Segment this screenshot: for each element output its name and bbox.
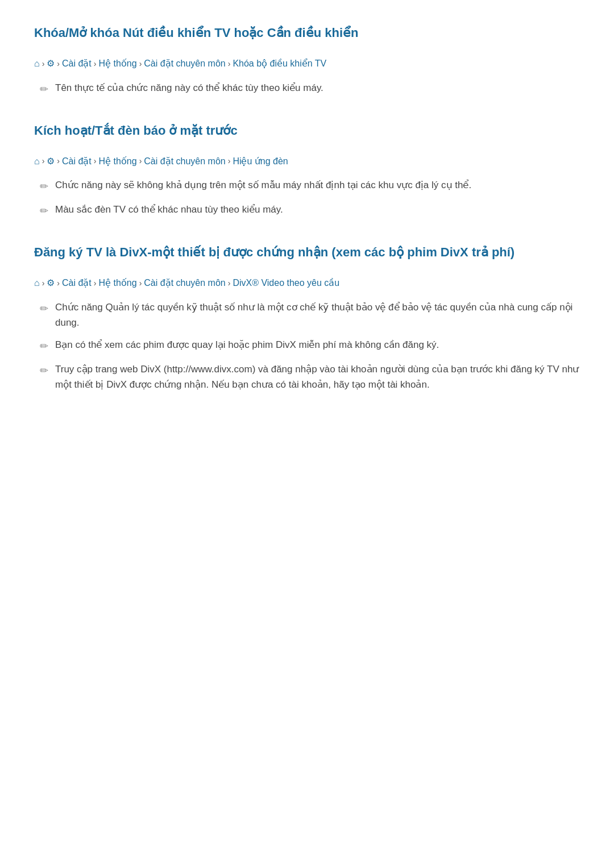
breadcrumb-item-3[interactable]: Cài đặt chuyên môn: [144, 56, 225, 71]
breadcrumb-separator: ›: [139, 57, 142, 70]
pencil-icon: ✏: [40, 363, 48, 379]
breadcrumb-separator: ›: [57, 155, 60, 167]
breadcrumb-separator: ›: [228, 277, 231, 289]
breadcrumb-item-4[interactable]: Khóa bộ điều khiển TV: [233, 56, 326, 71]
home-icon: ⌂: [34, 56, 40, 71]
breadcrumb-item-2[interactable]: Hệ thống: [98, 154, 136, 169]
breadcrumb-item-3[interactable]: Cài đặt chuyên môn: [144, 154, 225, 169]
breadcrumb-item-4[interactable]: Hiệu ứng đèn: [233, 154, 288, 169]
breadcrumb-separator: ›: [228, 57, 231, 70]
note-text: Màu sắc đèn TV có thể khác nhau tùy theo…: [55, 202, 580, 217]
note-text: Chức năng Quản lý tác quyền kỹ thuật số …: [55, 300, 580, 330]
breadcrumb-separator: ›: [139, 277, 142, 289]
breadcrumb-item-3[interactable]: Cài đặt chuyên môn: [144, 276, 225, 290]
breadcrumb-separator: ›: [139, 155, 142, 167]
section-title-1: Khóa/Mở khóa Nút điều khiển TV hoặc Cần …: [34, 23, 580, 47]
note-list-1: ✏Tên thực tế của chức năng này có thể kh…: [40, 80, 580, 98]
note-text: Bạn có thể xem các phim được quay lại ho…: [55, 337, 580, 352]
note-item: ✏Tên thực tế của chức năng này có thể kh…: [40, 80, 580, 98]
breadcrumb-item-1[interactable]: Cài đặt: [62, 276, 92, 290]
breadcrumb-3: ⌂ › ⚙ › Cài đặt › Hệ thống › Cài đặt chu…: [34, 276, 580, 290]
note-item: ✏Chức năng Quản lý tác quyền kỹ thuật số…: [40, 300, 580, 330]
note-item: ✏Truy cập trang web DivX (http://www.div…: [40, 362, 580, 392]
note-text: Chức năng này sẽ không khả dụng trên một…: [55, 177, 580, 193]
pencil-icon: ✏: [40, 301, 48, 317]
section-2: Kích hoạt/Tắt đèn báo ở mặt trước⌂ › ⚙ ›…: [34, 121, 580, 219]
breadcrumb-separator: ›: [228, 155, 231, 167]
breadcrumb-separator: ›: [57, 57, 60, 70]
gear-icon: ⚙: [47, 276, 55, 290]
gear-icon: ⚙: [47, 154, 55, 169]
breadcrumb-1: ⌂ › ⚙ › Cài đặt › Hệ thống › Cài đặt chu…: [34, 56, 580, 71]
breadcrumb-separator: ›: [94, 57, 97, 70]
breadcrumb-item-4[interactable]: DivX® Video theo yêu cầu: [233, 276, 339, 290]
breadcrumb-item-2[interactable]: Hệ thống: [98, 56, 136, 71]
pencil-icon: ✏: [40, 338, 48, 355]
pencil-icon: ✏: [40, 178, 48, 195]
home-icon: ⌂: [34, 276, 40, 290]
breadcrumb-separator: ›: [94, 277, 97, 289]
note-item: ✏Chức năng này sẽ không khả dụng trên mộ…: [40, 177, 580, 195]
note-text: Truy cập trang web DivX (http://www.divx…: [55, 362, 580, 392]
note-item: ✏Bạn có thể xem các phim được quay lại h…: [40, 337, 580, 355]
pencil-icon: ✏: [40, 203, 48, 219]
breadcrumb-2: ⌂ › ⚙ › Cài đặt › Hệ thống › Cài đặt chu…: [34, 154, 580, 169]
section-title-3: Đăng ký TV là DivX-một thiết bị được chứ…: [34, 242, 580, 267]
section-3: Đăng ký TV là DivX-một thiết bị được chứ…: [34, 242, 580, 392]
breadcrumb-item-2[interactable]: Hệ thống: [98, 276, 136, 290]
home-icon: ⌂: [34, 154, 40, 169]
breadcrumb-item-1[interactable]: Cài đặt: [62, 154, 92, 169]
breadcrumb-separator: ›: [42, 155, 45, 167]
section-1: Khóa/Mở khóa Nút điều khiển TV hoặc Cần …: [34, 23, 580, 98]
note-list-3: ✏Chức năng Quản lý tác quyền kỹ thuật số…: [40, 300, 580, 393]
section-title-2: Kích hoạt/Tắt đèn báo ở mặt trước: [34, 121, 580, 145]
note-text: Tên thực tế của chức năng này có thể khá…: [55, 80, 580, 95]
breadcrumb-separator: ›: [42, 277, 45, 289]
breadcrumb-separator: ›: [94, 155, 97, 167]
gear-icon: ⚙: [47, 56, 55, 71]
breadcrumb-separator: ›: [57, 277, 60, 289]
breadcrumb-item-1[interactable]: Cài đặt: [62, 56, 92, 71]
main-content: Khóa/Mở khóa Nút điều khiển TV hoặc Cần …: [34, 23, 580, 392]
note-item: ✏Màu sắc đèn TV có thể khác nhau tùy the…: [40, 202, 580, 219]
pencil-icon: ✏: [40, 81, 48, 98]
note-list-2: ✏Chức năng này sẽ không khả dụng trên mộ…: [40, 177, 580, 219]
breadcrumb-separator: ›: [42, 57, 45, 70]
